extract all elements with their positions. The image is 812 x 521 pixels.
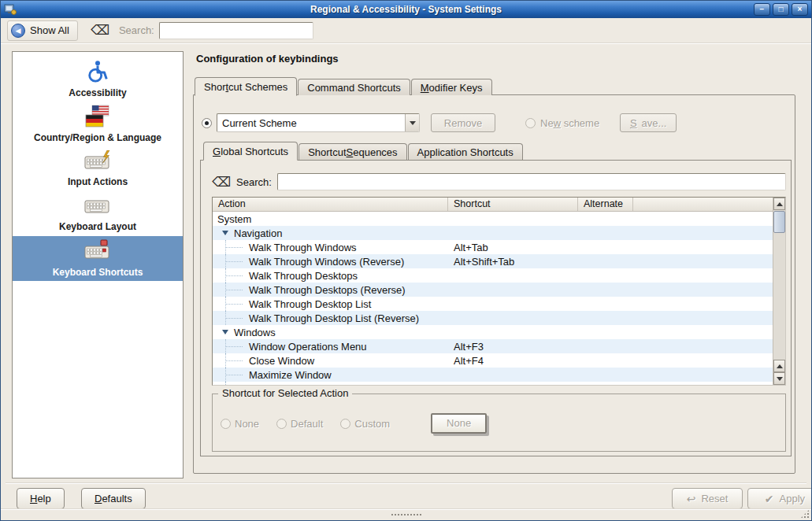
sidebar-item-input-actions[interactable]: Input Actions xyxy=(13,146,183,191)
table-row[interactable]: Maximize Window xyxy=(213,368,785,382)
table-row[interactable]: Navigation xyxy=(213,226,785,240)
action-label: Walk Through Desktops (Reverse) xyxy=(249,284,406,296)
scheme-select[interactable]: Current Scheme xyxy=(217,113,420,132)
close-button[interactable]: × xyxy=(792,3,808,16)
table-row[interactable]: Window Operations Menu Alt+F3 xyxy=(213,339,785,353)
table-row[interactable]: Walk Through Windows Alt+Tab xyxy=(213,240,785,254)
sidebar: Accessibility Country/Region & Language xyxy=(12,51,184,479)
scroll-up-icon[interactable] xyxy=(773,198,785,210)
apply-button[interactable]: ✔ Apply xyxy=(747,488,812,509)
scroll-up-icon[interactable] xyxy=(773,360,785,372)
table-row[interactable]: Close Window Alt+F4 xyxy=(213,353,785,368)
remove-button[interactable]: Remove xyxy=(431,113,495,132)
tab-global-shortcuts[interactable]: Global Shortcuts xyxy=(203,142,298,161)
page-title: Configuration of keybindings xyxy=(196,53,339,65)
maximize-button[interactable]: □ xyxy=(773,3,789,16)
minimize-button[interactable]: − xyxy=(754,3,770,16)
radio-none[interactable] xyxy=(221,419,231,429)
action-label: Close Window xyxy=(249,355,314,367)
show-all-label: Show All xyxy=(30,24,69,36)
radio-none-label: None xyxy=(235,418,259,430)
action-label: Walk Through Desktop List (Reverse) xyxy=(249,312,419,324)
shortcut-key-button[interactable]: None xyxy=(431,413,487,434)
selected-action-groupbox: Shortcut for Selected Action None Defaul… xyxy=(212,394,786,452)
table-row[interactable]: System xyxy=(213,212,785,226)
main-tabbar: Shortcut Schemes Command Shortcuts Modif… xyxy=(195,76,493,95)
sidebar-item-accessibility[interactable]: Accessibility xyxy=(13,57,183,102)
toolbar-search-label: Search: xyxy=(119,24,154,36)
column-shortcut[interactable]: Shortcut xyxy=(448,198,578,211)
scrollbar-thumb[interactable] xyxy=(773,211,785,233)
global-shortcuts-panel: ⌫ Search: Action Shortcut Alternate Syst… xyxy=(200,160,792,456)
action-label: Walk Through Desktops xyxy=(249,270,358,282)
shortcut-table: Action Shortcut Alternate System Navigat… xyxy=(212,197,786,386)
radio-custom-label: Custom xyxy=(354,418,390,430)
table-row-partial xyxy=(213,382,785,386)
current-scheme-radio[interactable] xyxy=(202,118,212,128)
action-label: Walk Through Windows (Reverse) xyxy=(249,256,404,268)
new-scheme-label: New scheme xyxy=(540,117,599,129)
shortcut-cell: Alt+F3 xyxy=(448,341,578,353)
collapse-arrow-icon[interactable] xyxy=(222,330,228,334)
action-label: Navigation xyxy=(234,227,282,239)
tab-modifier-keys[interactable]: Modifier Keys xyxy=(411,79,492,95)
table-row[interactable]: Walk Through Desktops xyxy=(213,268,785,283)
radio-default[interactable] xyxy=(276,419,287,429)
app-icon xyxy=(4,3,17,16)
groupbox-title: Shortcut for Selected Action xyxy=(218,387,352,399)
radio-custom[interactable] xyxy=(340,419,350,429)
action-label: System xyxy=(217,213,251,225)
list-search-row: ⌫ Search: xyxy=(212,172,786,191)
tab-application-shortcuts[interactable]: Application Shortcuts xyxy=(408,143,523,160)
table-row[interactable]: Walk Through Desktop List (Reverse) xyxy=(213,311,785,325)
sidebar-item-label: Keyboard Shortcuts xyxy=(53,267,143,278)
selected-action-controls: None Default Custom None xyxy=(221,413,487,434)
collapse-arrow-icon[interactable] xyxy=(222,231,228,235)
keyboard-shortcuts-icon xyxy=(84,239,111,265)
new-scheme-radio[interactable] xyxy=(525,118,536,128)
action-label: Walk Through Windows xyxy=(249,242,357,253)
scheme-select-value: Current Scheme xyxy=(217,117,405,129)
checkmark-icon: ✔ xyxy=(765,493,774,504)
clear-search-icon[interactable]: ⌫ xyxy=(91,24,109,37)
tab-shortcut-schemes[interactable]: Shortcut Schemes xyxy=(195,77,297,96)
table-row[interactable]: Walk Through Windows (Reverse) Alt+Shift… xyxy=(213,254,785,268)
titlebar[interactable]: Regional & Accessibility - System Settin… xyxy=(1,1,811,18)
column-action[interactable]: Action xyxy=(213,198,448,211)
shortcut-cell: Alt+Shift+Tab xyxy=(448,256,578,268)
vertical-scrollbar[interactable] xyxy=(773,198,785,385)
scroll-down-icon[interactable] xyxy=(773,372,785,385)
statusbar-handle[interactable] xyxy=(391,513,422,516)
save-button[interactable]: Save... xyxy=(620,113,677,132)
radio-default-label: Default xyxy=(291,418,323,430)
sidebar-item-country-language[interactable]: Country/Region & Language xyxy=(13,102,183,146)
action-label: Windows xyxy=(234,327,276,338)
show-all-button[interactable]: ◀ Show All xyxy=(7,20,78,41)
footer-separator xyxy=(6,482,806,483)
list-search-input[interactable] xyxy=(277,173,786,190)
toolbar: ◀ Show All ⌫ Search: xyxy=(1,18,811,43)
window-controls: − □ × xyxy=(754,3,808,16)
chevron-down-icon[interactable] xyxy=(405,114,419,131)
sidebar-item-keyboard-layout[interactable]: Keyboard Layout xyxy=(13,191,183,236)
back-arrow-icon: ◀ xyxy=(11,24,25,38)
column-alternate[interactable]: Alternate xyxy=(578,198,633,211)
sidebar-item-label: Keyboard Layout xyxy=(59,221,136,232)
resize-grip[interactable] xyxy=(800,509,810,519)
table-row[interactable]: Walk Through Desktop List xyxy=(213,297,785,311)
tab-command-shortcuts[interactable]: Command Shortcuts xyxy=(298,79,410,95)
clear-search-icon[interactable]: ⌫ xyxy=(212,176,231,189)
help-button[interactable]: Help xyxy=(17,488,65,509)
table-row[interactable]: Walk Through Desktops (Reverse) xyxy=(213,283,785,297)
reset-button[interactable]: ↩ Reset xyxy=(672,488,743,509)
undo-arrow-icon: ↩ xyxy=(687,493,696,504)
shortcut-cell: Alt+Tab xyxy=(448,242,578,253)
table-row[interactable]: Windows xyxy=(213,325,785,339)
reset-label: Reset xyxy=(701,493,728,504)
sidebar-item-keyboard-shortcuts[interactable]: Keyboard Shortcuts xyxy=(13,236,183,281)
sidebar-item-label: Country/Region & Language xyxy=(34,132,161,143)
defaults-button[interactable]: Defaults xyxy=(81,488,146,509)
toolbar-search-input[interactable] xyxy=(159,22,313,39)
sub-tabbar: Global Shortcuts Shortcut Sequences Appl… xyxy=(203,141,524,160)
tab-shortcut-sequences[interactable]: Shortcut Sequences xyxy=(298,143,406,160)
